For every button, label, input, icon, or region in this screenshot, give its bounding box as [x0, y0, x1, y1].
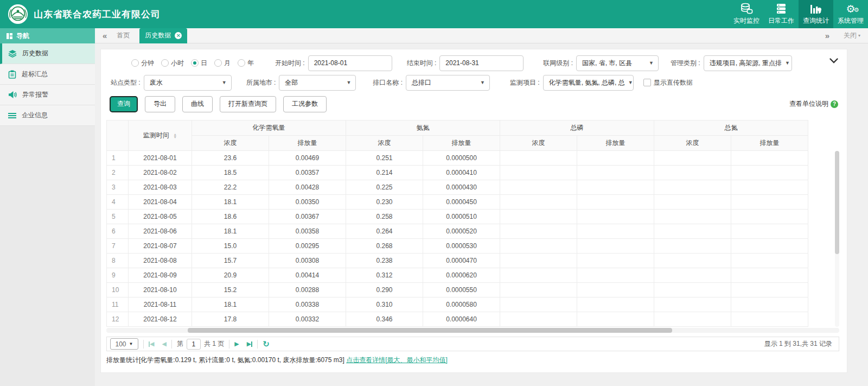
city-select[interactable]: 全部 ▼ [279, 75, 356, 91]
value-cell [577, 151, 654, 166]
group-header-tn: 总氮 [654, 121, 808, 136]
value-cell [500, 254, 577, 268]
value-cell: 0.0000510 [423, 210, 500, 224]
value-cell [577, 195, 654, 210]
table-row[interactable]: 42021-08-0418.10.003500.2300.0000450 [107, 195, 808, 210]
table-row[interactable]: 12021-08-0123.60.004690.2510.0000500 [107, 151, 808, 166]
refresh-icon[interactable]: ↻ [263, 339, 270, 349]
value-cell: 0.00288 [269, 283, 346, 298]
sidebar-item-enterprise-info[interactable]: 企业信息 [0, 105, 95, 126]
value-cell [500, 166, 577, 180]
sub-header-emission: 排放量 [731, 136, 808, 151]
value-cell: 0.264 [346, 224, 423, 239]
station-type-select[interactable]: 废水 ▼ [144, 75, 232, 91]
page-number-input[interactable]: 1 [187, 339, 201, 350]
unit-help-link[interactable]: 查看单位说明 ? [789, 99, 838, 109]
value-cell [731, 180, 808, 195]
value-cell: 15.7 [192, 254, 269, 268]
vertical-scrollbar-thumb[interactable] [835, 151, 839, 254]
horizontal-scrollbar[interactable] [106, 328, 839, 333]
row-index: 10 [107, 283, 129, 298]
monitor-date-cell: 2021-08-09 [129, 268, 192, 283]
collapse-filters-icon[interactable] [829, 58, 838, 64]
next-page-button[interactable]: ▶ [234, 340, 239, 347]
value-cell: 18.5 [192, 166, 269, 180]
vertical-scrollbar[interactable] [835, 151, 839, 327]
topnav-realtime-monitor[interactable]: 实时监控 [729, 0, 764, 28]
monitor-date-cell: 2021-08-05 [129, 210, 192, 224]
condition-params-button[interactable]: 工况参数 [283, 96, 327, 112]
topnav-query-statistics[interactable]: 查询统计 [799, 0, 833, 28]
value-cell: 0.00350 [269, 195, 346, 210]
start-time-input[interactable]: 2021-08-01 [308, 55, 392, 71]
radio-day[interactable]: 日 [191, 59, 207, 68]
table-row[interactable]: 32021-08-0322.20.004280.2250.0000430 [107, 180, 808, 195]
sidebar-item-abnormal-alarm[interactable]: 异常报警 [0, 85, 95, 105]
manage-type-select[interactable]: 违规项目, 高架源, 重点排 ▼ [704, 55, 792, 71]
table-row[interactable]: 122021-08-1217.80.003320.3460.0000640 [107, 312, 808, 327]
monitor-time-header[interactable]: 监测时间 ▲▼ [129, 121, 192, 151]
row-index: 4 [107, 195, 129, 210]
emission-stats-line: 排放量统计[化学需氧量:0.129 t, 累计流量:0 t, 氨氮:0.0017… [101, 351, 847, 369]
horizontal-scrollbar-thumb[interactable] [188, 328, 672, 333]
monitor-items-select[interactable]: 化学需氧量, 氨氮, 总磷, 总 ▼ [543, 75, 634, 91]
value-cell: 0.0000450 [423, 195, 500, 210]
dropdown-caret-icon: ▼ [346, 80, 351, 85]
sidebar-item-history-data[interactable]: 历史数据 [0, 43, 95, 64]
table-row[interactable]: 82021-08-0815.70.003080.2380.0000470 [107, 254, 808, 268]
end-time-input[interactable]: 2021-08-31 [439, 55, 524, 71]
first-page-button[interactable]: ◀ [149, 340, 154, 347]
tab-home-label: 首页 [117, 31, 130, 39]
value-cell: 0.238 [346, 254, 423, 268]
sidebar-item-exceedance-summary[interactable]: 超标汇总 [0, 64, 95, 85]
value-cell: 0.0000550 [423, 283, 500, 298]
value-cell [500, 283, 577, 298]
radio-hour[interactable]: 小时 [161, 59, 184, 68]
table-row[interactable]: 102021-08-1015.20.002880.2900.0000550 [107, 283, 808, 298]
close-tabs-menu[interactable]: 关闭 ▾ [844, 31, 860, 40]
tabs-scroll-right-icon[interactable]: » [825, 31, 829, 40]
value-cell [654, 210, 731, 224]
table-row[interactable]: 72021-08-0715.00.002950.2680.0000530 [107, 239, 808, 254]
last-page-button[interactable]: ▶ [247, 340, 252, 347]
value-cell [500, 298, 577, 312]
value-cell [577, 268, 654, 283]
radio-month[interactable]: 月 [214, 59, 231, 68]
topnav-daily-work[interactable]: 日常工作 [764, 0, 799, 28]
outlet-select[interactable]: 总排口 ▼ [406, 75, 490, 91]
view-detail-link[interactable]: 点击查看详情[最大、最小和平均值] [346, 356, 448, 364]
open-new-query-button[interactable]: 打开新查询页 [220, 96, 276, 112]
prev-page-button[interactable]: ◀ [162, 340, 166, 347]
value-cell: 0.00414 [269, 268, 346, 283]
radio-label: 日 [201, 59, 207, 68]
table-row[interactable]: 92021-08-0920.90.004140.3120.0000620 [107, 268, 808, 283]
value-cell [654, 195, 731, 210]
radio-minute[interactable]: 分钟 [131, 59, 154, 68]
tab-home[interactable]: 首页 [107, 28, 139, 43]
chevron-down-icon: ▾ [858, 33, 860, 38]
row-index: 9 [107, 268, 129, 283]
sidebar-item-label: 异常报警 [22, 90, 48, 99]
tab-close-icon[interactable]: ✕ [175, 32, 182, 39]
sub-header-concentration: 浓度 [500, 136, 577, 151]
manage-type-value: 违规项目, 高架源, 重点排 [710, 59, 782, 68]
table-row[interactable]: 52021-08-0518.60.003670.2580.0000510 [107, 210, 808, 224]
table-row[interactable]: 22021-08-0218.50.003570.2140.0000410 [107, 166, 808, 180]
network-level-select[interactable]: 国家, 省, 市, 区县 ▼ [576, 55, 659, 71]
table-row[interactable]: 112021-08-1118.10.003380.3100.0000580 [107, 298, 808, 312]
topnav-system-management[interactable]: ⚙⚙ 系统管理 [833, 0, 868, 28]
row-index: 7 [107, 239, 129, 254]
curve-button[interactable]: 曲线 [182, 96, 213, 112]
page-size-select[interactable]: 100 ▼ [110, 338, 138, 350]
show-direct-data-checkbox[interactable]: 显示直传数据 [643, 78, 693, 87]
export-button[interactable]: 导出 [145, 96, 175, 112]
radio-year[interactable]: 年 [238, 59, 254, 68]
value-cell [654, 151, 731, 166]
query-button[interactable]: 查询 [110, 96, 138, 112]
tabs-scroll-left-icon[interactable]: « [103, 31, 107, 40]
table-row[interactable]: 62021-08-0618.10.003580.2640.0000520 [107, 224, 808, 239]
sort-icon[interactable]: ▲▼ [173, 133, 177, 138]
value-cell: 0.268 [346, 239, 423, 254]
page-suffix-label: 共 1 页 [204, 339, 224, 349]
tab-history-data[interactable]: 历史数据 ✕ [139, 28, 187, 43]
